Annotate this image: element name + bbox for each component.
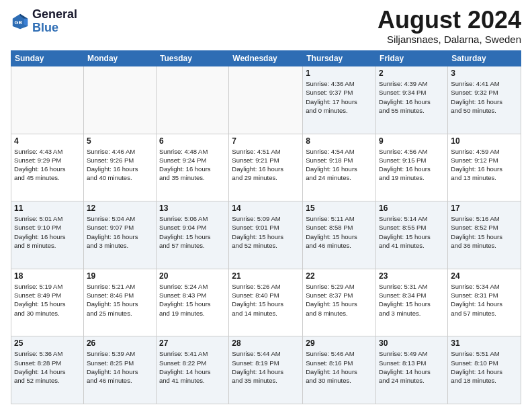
day-info: Sunrise: 4:54 AMSunset: 9:18 PMDaylight:… — [306, 147, 373, 183]
header-thursday: Thursday — [303, 51, 376, 66]
calendar-cell: 5Sunrise: 4:46 AMSunset: 9:26 PMDaylight… — [83, 134, 156, 201]
day-number: 2 — [379, 68, 445, 78]
calendar-cell — [229, 66, 303, 134]
calendar-week-3: 11Sunrise: 5:01 AMSunset: 9:10 PMDayligh… — [11, 201, 521, 269]
day-number: 17 — [451, 203, 518, 213]
day-number: 29 — [306, 338, 373, 348]
calendar-table: SundayMondayTuesdayWednesdayThursdayFrid… — [11, 50, 521, 404]
day-number: 22 — [306, 271, 373, 281]
calendar-cell: 7Sunrise: 4:51 AMSunset: 9:21 PMDaylight… — [229, 134, 303, 201]
calendar-cell: 29Sunrise: 5:46 AMSunset: 8:16 PMDayligh… — [303, 336, 376, 404]
calendar-cell: 12Sunrise: 5:04 AMSunset: 9:07 PMDayligh… — [83, 201, 156, 269]
header-monday: Monday — [83, 51, 156, 66]
calendar-cell: 17Sunrise: 5:16 AMSunset: 8:52 PMDayligh… — [448, 201, 521, 269]
day-number: 24 — [451, 271, 518, 281]
day-info: Sunrise: 5:34 AMSunset: 8:31 PMDaylight:… — [451, 282, 518, 318]
day-info: Sunrise: 5:46 AMSunset: 8:16 PMDaylight:… — [306, 349, 373, 385]
day-number: 11 — [14, 203, 81, 213]
calendar-cell: 23Sunrise: 5:31 AMSunset: 8:34 PMDayligh… — [376, 269, 448, 336]
calendar-cell: 6Sunrise: 4:48 AMSunset: 9:24 PMDaylight… — [157, 134, 229, 201]
day-number: 23 — [379, 271, 445, 281]
page: GB General Blue August 2024 Siljansnaes,… — [0, 0, 532, 411]
calendar-cell: 15Sunrise: 5:11 AMSunset: 8:58 PMDayligh… — [303, 201, 376, 269]
calendar-cell: 25Sunrise: 5:36 AMSunset: 8:28 PMDayligh… — [11, 336, 84, 404]
calendar-week-4: 18Sunrise: 5:19 AMSunset: 8:49 PMDayligh… — [11, 269, 521, 336]
day-info: Sunrise: 5:39 AMSunset: 8:25 PMDaylight:… — [87, 349, 153, 385]
calendar-cell: 26Sunrise: 5:39 AMSunset: 8:25 PMDayligh… — [83, 336, 156, 404]
day-info: Sunrise: 4:56 AMSunset: 9:15 PMDaylight:… — [379, 147, 445, 183]
day-info: Sunrise: 5:21 AMSunset: 8:46 PMDaylight:… — [87, 282, 153, 318]
day-number: 25 — [14, 338, 81, 348]
calendar-cell: 30Sunrise: 5:49 AMSunset: 8:13 PMDayligh… — [376, 336, 448, 404]
day-info: Sunrise: 4:36 AMSunset: 9:37 PMDaylight:… — [306, 79, 373, 115]
day-info: Sunrise: 5:09 AMSunset: 9:01 PMDaylight:… — [232, 214, 300, 250]
day-number: 19 — [87, 271, 153, 281]
day-info: Sunrise: 5:16 AMSunset: 8:52 PMDaylight:… — [451, 214, 518, 250]
calendar-cell: 27Sunrise: 5:41 AMSunset: 8:22 PMDayligh… — [157, 336, 229, 404]
calendar-cell: 24Sunrise: 5:34 AMSunset: 8:31 PMDayligh… — [448, 269, 521, 336]
month-title: August 2024 — [378, 8, 521, 32]
calendar-week-1: 1Sunrise: 4:36 AMSunset: 9:37 PMDaylight… — [11, 66, 521, 134]
day-number: 7 — [232, 136, 300, 146]
header-sunday: Sunday — [11, 51, 84, 66]
calendar-cell: 21Sunrise: 5:26 AMSunset: 8:40 PMDayligh… — [229, 269, 303, 336]
day-number: 30 — [379, 338, 445, 348]
calendar-cell: 3Sunrise: 4:41 AMSunset: 9:32 PMDaylight… — [448, 66, 521, 134]
calendar-cell: 20Sunrise: 5:24 AMSunset: 8:43 PMDayligh… — [157, 269, 229, 336]
day-number: 18 — [14, 271, 81, 281]
logo-text: General Blue — [32, 8, 77, 35]
calendar-week-2: 4Sunrise: 4:43 AMSunset: 9:29 PMDaylight… — [11, 134, 521, 201]
day-info: Sunrise: 5:06 AMSunset: 9:04 PMDaylight:… — [159, 214, 226, 250]
day-number: 12 — [87, 203, 153, 213]
day-info: Sunrise: 5:41 AMSunset: 8:22 PMDaylight:… — [159, 349, 226, 385]
day-number: 5 — [87, 136, 153, 146]
day-info: Sunrise: 4:51 AMSunset: 9:21 PMDaylight:… — [232, 147, 300, 183]
day-number: 26 — [87, 338, 153, 348]
day-number: 3 — [451, 68, 518, 78]
svg-text:GB: GB — [15, 19, 23, 26]
header-wednesday: Wednesday — [229, 51, 303, 66]
day-info: Sunrise: 5:11 AMSunset: 8:58 PMDaylight:… — [306, 214, 373, 250]
day-number: 15 — [306, 203, 373, 213]
day-info: Sunrise: 5:04 AMSunset: 9:07 PMDaylight:… — [87, 214, 153, 250]
calendar-cell — [83, 66, 156, 134]
title-block: August 2024 Siljansnaes, Dalarna, Sweden — [378, 8, 521, 45]
calendar-cell: 22Sunrise: 5:29 AMSunset: 8:37 PMDayligh… — [303, 269, 376, 336]
day-info: Sunrise: 4:41 AMSunset: 9:32 PMDaylight:… — [451, 79, 518, 115]
day-number: 6 — [159, 136, 226, 146]
logo: GB General Blue — [11, 8, 77, 35]
day-number: 14 — [232, 203, 300, 213]
location-subtitle: Siljansnaes, Dalarna, Sweden — [378, 34, 521, 45]
day-number: 28 — [232, 338, 300, 348]
calendar-cell: 1Sunrise: 4:36 AMSunset: 9:37 PMDaylight… — [303, 66, 376, 134]
day-info: Sunrise: 5:51 AMSunset: 8:10 PMDaylight:… — [451, 349, 518, 385]
day-info: Sunrise: 4:59 AMSunset: 9:12 PMDaylight:… — [451, 147, 518, 183]
logo-line2: Blue — [32, 21, 77, 35]
day-number: 21 — [232, 271, 300, 281]
calendar-cell: 31Sunrise: 5:51 AMSunset: 8:10 PMDayligh… — [448, 336, 521, 404]
day-info: Sunrise: 5:19 AMSunset: 8:49 PMDaylight:… — [14, 282, 81, 318]
header-tuesday: Tuesday — [157, 51, 229, 66]
day-info: Sunrise: 5:01 AMSunset: 9:10 PMDaylight:… — [14, 214, 81, 250]
day-number: 8 — [306, 136, 373, 146]
day-info: Sunrise: 5:31 AMSunset: 8:34 PMDaylight:… — [379, 282, 445, 318]
calendar-cell — [157, 66, 229, 134]
day-info: Sunrise: 5:14 AMSunset: 8:55 PMDaylight:… — [379, 214, 445, 250]
day-info: Sunrise: 4:46 AMSunset: 9:26 PMDaylight:… — [87, 147, 153, 183]
day-number: 13 — [159, 203, 226, 213]
calendar-cell: 2Sunrise: 4:39 AMSunset: 9:34 PMDaylight… — [376, 66, 448, 134]
calendar-cell: 14Sunrise: 5:09 AMSunset: 9:01 PMDayligh… — [229, 201, 303, 269]
day-info: Sunrise: 4:39 AMSunset: 9:34 PMDaylight:… — [379, 79, 445, 115]
header-friday: Friday — [376, 51, 448, 66]
calendar-header-row: SundayMondayTuesdayWednesdayThursdayFrid… — [11, 51, 521, 66]
calendar-cell: 19Sunrise: 5:21 AMSunset: 8:46 PMDayligh… — [83, 269, 156, 336]
day-number: 4 — [14, 136, 81, 146]
calendar-week-5: 25Sunrise: 5:36 AMSunset: 8:28 PMDayligh… — [11, 336, 521, 404]
day-info: Sunrise: 5:44 AMSunset: 8:19 PMDaylight:… — [232, 349, 300, 385]
calendar-cell: 9Sunrise: 4:56 AMSunset: 9:15 PMDaylight… — [376, 134, 448, 201]
logo-line1: General — [32, 8, 77, 21]
day-number: 10 — [451, 136, 518, 146]
calendar-cell: 13Sunrise: 5:06 AMSunset: 9:04 PMDayligh… — [157, 201, 229, 269]
day-info: Sunrise: 4:43 AMSunset: 9:29 PMDaylight:… — [14, 147, 81, 183]
calendar-cell: 4Sunrise: 4:43 AMSunset: 9:29 PMDaylight… — [11, 134, 84, 201]
